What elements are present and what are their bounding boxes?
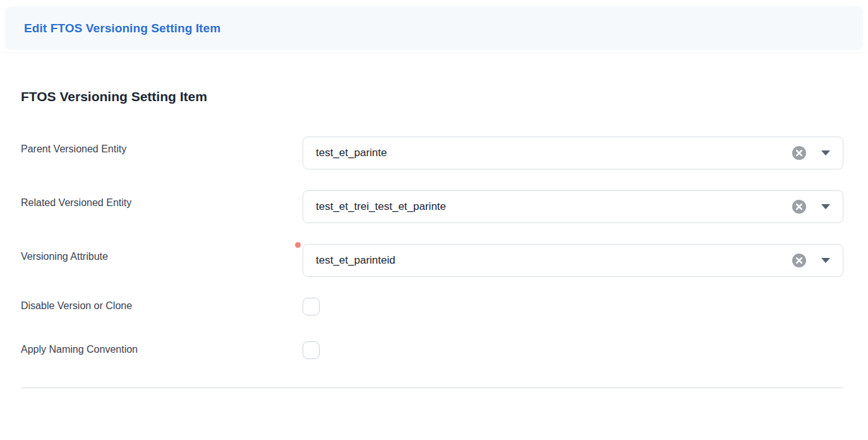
field-control: test_et_parinteid (303, 244, 843, 277)
parent-versioned-entity-select[interactable]: test_et_parinte (303, 137, 843, 169)
chevron-down-icon[interactable] (821, 258, 830, 263)
select-value: test_et_parinte (316, 147, 785, 159)
section-title: FTOS Versioning Setting Item (21, 89, 843, 104)
form-row-parent-versioned-entity: Parent Versioned Entity test_et_parinte (21, 137, 843, 169)
field-label: Parent Versioned Entity (21, 137, 303, 155)
versioning-attribute-select[interactable]: test_et_parinteid (303, 244, 843, 277)
form-row-disable-version-or-clone: Disable Version or Clone (21, 298, 843, 315)
related-versioned-entity-select[interactable]: test_et_trei_test_et_parinte (303, 190, 843, 223)
section-divider (21, 388, 843, 388)
select-icons (792, 254, 830, 267)
field-control (303, 341, 843, 359)
select-icons (792, 146, 830, 160)
versioning-setting-form: Parent Versioned Entity test_et_parinte … (21, 137, 843, 359)
circle-x-icon[interactable] (792, 200, 806, 214)
apply-naming-convention-checkbox[interactable] (303, 341, 320, 359)
circle-x-icon[interactable] (792, 146, 806, 160)
header-divider (3, 50, 865, 53)
form-row-related-versioned-entity: Related Versioned Entity test_et_trei_te… (21, 190, 843, 223)
form-row-apply-naming-convention: Apply Naming Convention (21, 341, 843, 359)
form-panel: FTOS Versioning Setting Item Parent Vers… (0, 89, 868, 388)
page-title: Edit FTOS Versioning Setting Item (24, 21, 220, 35)
field-label: Versioning Attribute (21, 244, 303, 262)
field-control: test_et_parinte (303, 137, 843, 169)
select-value: test_et_parinteid (316, 254, 785, 267)
field-label: Disable Version or Clone (21, 298, 303, 312)
field-control: test_et_trei_test_et_parinte (303, 190, 843, 223)
required-indicator-dot (295, 242, 301, 248)
form-row-versioning-attribute: Versioning Attribute test_et_parinteid (21, 244, 843, 277)
select-value: test_et_trei_test_et_parinte (316, 200, 785, 213)
select-icons (792, 200, 830, 214)
chevron-down-icon[interactable] (821, 204, 830, 209)
field-control (303, 298, 843, 315)
field-label: Related Versioned Entity (21, 190, 303, 209)
page-header: Edit FTOS Versioning Setting Item (5, 6, 863, 50)
disable-version-or-clone-checkbox[interactable] (303, 298, 320, 315)
circle-x-icon[interactable] (792, 254, 806, 267)
field-label: Apply Naming Convention (21, 341, 303, 355)
chevron-down-icon[interactable] (821, 150, 830, 156)
